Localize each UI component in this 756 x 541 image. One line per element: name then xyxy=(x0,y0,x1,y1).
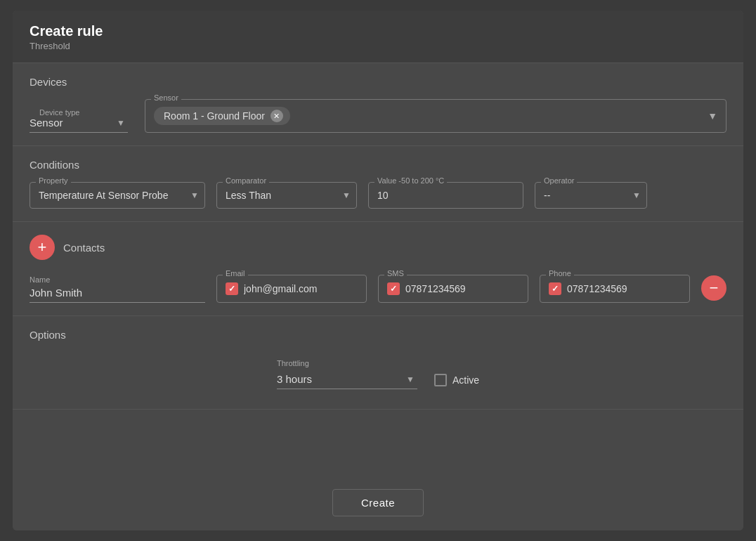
operator-select[interactable]: -- AND OR xyxy=(544,190,624,201)
contact-name-field: Name xyxy=(30,273,205,303)
contacts-section: + Contacts Name Email SMS xyxy=(13,222,743,316)
conditions-section: Conditions Property Temperature At Senso… xyxy=(13,146,743,222)
device-type-select[interactable]: Sensor xyxy=(30,117,111,129)
modal-header: Create rule Threshold xyxy=(13,11,743,63)
email-input[interactable] xyxy=(244,283,358,294)
throttling-select[interactable]: 1 hour 2 hours 3 hours 6 hours 12 hours … xyxy=(277,373,398,385)
property-label: Property xyxy=(36,176,71,185)
value-field[interactable]: Value -50 to 200 °C xyxy=(368,182,523,209)
devices-section-title: Devices xyxy=(30,76,726,88)
create-rule-modal: Create rule Threshold Devices Device typ… xyxy=(13,11,743,530)
devices-section: Devices Device type Sensor ▼ Sensor Room… xyxy=(13,63,743,146)
property-dropdown-icon: ▼ xyxy=(190,190,199,200)
device-type-field: Device type Sensor ▼ xyxy=(30,114,128,133)
device-type-select-wrap[interactable]: Sensor ▼ xyxy=(30,114,128,133)
conditions-section-title: Conditions xyxy=(30,159,726,171)
sensor-label: Sensor xyxy=(151,93,181,102)
operator-dropdown-icon: ▼ xyxy=(632,190,641,200)
sensor-dropdown-icon: ▼ xyxy=(708,110,717,122)
sensor-field[interactable]: Sensor Room 1 - Ground Floor ✕ ▼ xyxy=(145,99,726,133)
value-label: Value -50 to 200 °C xyxy=(374,176,447,185)
property-field[interactable]: Property Temperature At Sensor Probe ▼ xyxy=(30,182,205,209)
sms-input[interactable] xyxy=(405,283,519,294)
sms-checkbox[interactable] xyxy=(387,282,400,295)
page-title: Create rule xyxy=(30,23,726,39)
email-field[interactable]: Email xyxy=(216,275,367,303)
options-row: Throttling 1 hour 2 hours 3 hours 6 hour… xyxy=(30,352,726,396)
sms-field[interactable]: SMS xyxy=(378,275,528,303)
contacts-header: + Contacts xyxy=(30,235,726,260)
property-select[interactable]: Temperature At Sensor Probe xyxy=(39,190,182,201)
phone-field[interactable]: Phone xyxy=(540,275,690,303)
comparator-dropdown-icon: ▼ xyxy=(342,190,351,200)
sms-label: SMS xyxy=(384,269,407,278)
page-subtitle: Threshold xyxy=(30,41,726,51)
comparator-label: Comparator xyxy=(223,176,269,185)
contact-row: Name Email SMS Phone xyxy=(30,273,726,303)
sensor-chip: Room 1 - Ground Floor ✕ xyxy=(154,107,290,125)
options-section-title: Options xyxy=(30,329,726,341)
sensor-chip-close-button[interactable]: ✕ xyxy=(271,110,283,122)
active-checkbox[interactable] xyxy=(434,374,447,386)
throttling-dropdown-icon: ▼ xyxy=(406,374,415,384)
modal-footer: Create xyxy=(13,475,743,530)
remove-contact-button[interactable]: − xyxy=(701,275,726,301)
throttling-select-wrap[interactable]: 1 hour 2 hours 3 hours 6 hours 12 hours … xyxy=(277,370,417,389)
device-type-label: Device type xyxy=(37,108,82,117)
sensor-chip-text: Room 1 - Ground Floor xyxy=(164,110,265,122)
value-input[interactable] xyxy=(377,190,500,201)
contacts-section-title: Contacts xyxy=(63,242,105,254)
device-type-dropdown-icon: ▼ xyxy=(117,118,125,128)
active-label: Active xyxy=(452,374,479,386)
phone-label: Phone xyxy=(546,269,574,278)
operator-label: Operator xyxy=(541,176,577,185)
comparator-field[interactable]: Comparator Less Than Greater Than Equal … xyxy=(216,182,357,209)
phone-input[interactable] xyxy=(567,283,681,294)
throttling-field: Throttling 1 hour 2 hours 3 hours 6 hour… xyxy=(277,359,417,389)
active-field: Active xyxy=(434,374,479,389)
options-section: Options Throttling 1 hour 2 hours 3 hour… xyxy=(13,316,743,410)
create-button[interactable]: Create xyxy=(332,489,424,516)
email-label: Email xyxy=(223,269,248,278)
add-contact-button[interactable]: + xyxy=(30,235,55,260)
throttling-label: Throttling xyxy=(277,359,417,367)
name-input[interactable] xyxy=(30,287,205,299)
phone-checkbox[interactable] xyxy=(549,282,561,295)
email-checkbox[interactable] xyxy=(226,282,238,295)
add-icon: + xyxy=(38,238,47,256)
conditions-row: Property Temperature At Sensor Probe ▼ C… xyxy=(30,182,726,209)
operator-field[interactable]: Operator -- AND OR ▼ xyxy=(535,182,647,209)
remove-icon: − xyxy=(710,279,719,297)
devices-row: Device type Sensor ▼ Sensor Room 1 - Gro… xyxy=(30,99,726,133)
comparator-select[interactable]: Less Than Greater Than Equal To xyxy=(226,190,334,201)
name-label: Name xyxy=(30,275,205,284)
